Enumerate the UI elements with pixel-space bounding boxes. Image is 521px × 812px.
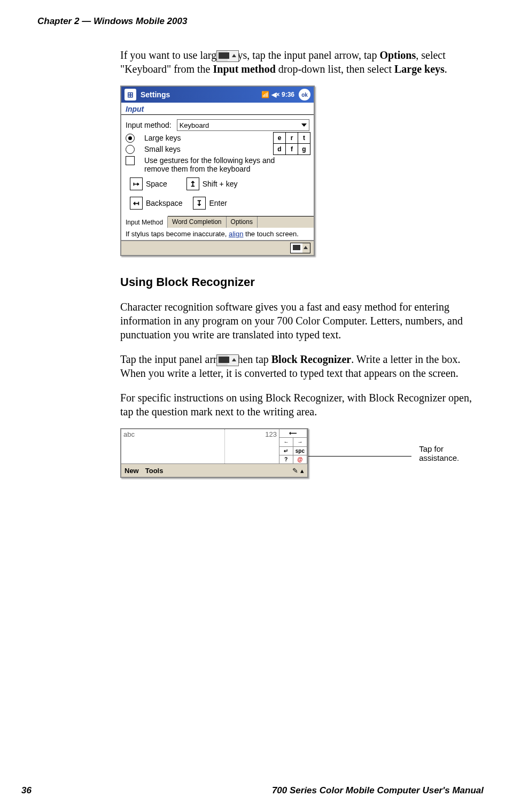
gesture-preview-row1: ↦Space ↥Shift + key — [121, 174, 314, 194]
backspace-key[interactable]: ⟵ — [279, 429, 307, 437]
block-recognizer-figure: abc 123 ⟵ ←→ ↵spc ?@ New Tools ✎ ▴ Tap f… — [120, 428, 484, 478]
page-footer: 36 700 Series Color Mobile Computer User… — [21, 785, 484, 796]
checkbox-icon — [126, 156, 135, 165]
side-buttons: ⟵ ←→ ↵spc ?@ — [279, 429, 307, 463]
input-selector-button[interactable]: ✎ ▴ — [292, 467, 307, 475]
right-key[interactable]: → — [293, 438, 307, 446]
gesture-preview-row2: ↤Backspace ↧Enter — [121, 194, 314, 213]
paragraph-3: Tap the input panel arrow, then tap Bloc… — [120, 352, 484, 380]
help-key[interactable]: ? — [279, 455, 293, 463]
callout-text: Tap for assistance. — [419, 444, 484, 462]
left-key[interactable]: ← — [279, 438, 293, 446]
enter-key[interactable]: ↵ — [279, 447, 293, 455]
letters-area[interactable]: abc — [121, 429, 225, 463]
backspace-gesture-icon: ↤ — [130, 197, 143, 210]
large-keys-radio-row[interactable]: Large keys — [121, 133, 273, 144]
status-area[interactable]: 📶 ◀× 9:36 — [261, 91, 294, 98]
align-tip: If stylus taps become inaccurate, align … — [121, 228, 314, 240]
heading-block-recognizer: Using Block Recognizer — [120, 275, 484, 289]
tab-word-completion[interactable]: Word Completion — [168, 216, 226, 228]
chapter-label: Chapter 2 — [37, 16, 79, 26]
enter-gesture-icon: ↧ — [193, 197, 206, 210]
keyboard-icon — [216, 354, 239, 366]
chapter-title: Windows Mobile 2003 — [94, 16, 188, 26]
align-link[interactable]: align — [229, 230, 243, 238]
block-recognizer-screenshot: abc 123 ⟵ ←→ ↵spc ?@ New Tools ✎ ▴ — [120, 428, 308, 478]
small-keys-radio-row[interactable]: Small keys — [121, 144, 273, 155]
space-key[interactable]: spc — [293, 447, 307, 455]
input-method-label: Input method: — [126, 121, 172, 129]
new-menu[interactable]: New — [121, 467, 142, 475]
tools-menu[interactable]: Tools — [142, 467, 167, 475]
screen-name: Input — [121, 103, 314, 113]
window-title: Settings — [141, 90, 170, 99]
paragraph-2: Character recognition software gives you… — [120, 300, 484, 342]
ok-button[interactable]: ok — [299, 89, 310, 100]
command-bar: New Tools ✎ ▴ — [121, 464, 307, 477]
callout-leader — [308, 456, 411, 457]
bottom-bar — [121, 240, 314, 255]
numbers-area[interactable]: 123 — [225, 429, 279, 463]
radio-selected-icon — [126, 134, 135, 143]
paragraph-4: For specific instructions on using Block… — [120, 391, 484, 419]
key-size-preview: e r t d f g — [273, 132, 310, 155]
title-bar: ⊞ Settings 📶 ◀× 9:36 ok — [121, 87, 314, 103]
keyboard-icon — [216, 50, 239, 62]
radio-unselected-icon — [126, 145, 135, 154]
chevron-down-icon — [301, 123, 307, 127]
tab-options[interactable]: Options — [227, 216, 258, 228]
symbols-key[interactable]: @ — [293, 455, 307, 463]
input-method-dropdown[interactable]: Keyboard — [177, 119, 309, 131]
settings-input-screenshot: ⊞ Settings 📶 ◀× 9:36 ok Input Input meth… — [120, 86, 315, 256]
tabs: Input Method Word Completion Options — [121, 216, 314, 228]
page-header: Chapter 2 — Windows Mobile 2003 — [37, 16, 484, 27]
input-panel-button[interactable] — [290, 243, 310, 253]
divider — [121, 114, 314, 115]
shift-gesture-icon: ↥ — [186, 177, 199, 190]
manual-title: 700 Series Color Mobile Computer User's … — [272, 785, 484, 796]
header-dash: — — [79, 16, 93, 26]
tab-input-method[interactable]: Input Method — [121, 216, 168, 228]
paragraph-1: If you want to use larger keys, tap the … — [120, 48, 484, 76]
space-gesture-icon: ↦ — [130, 177, 143, 190]
start-icon[interactable]: ⊞ — [125, 89, 136, 100]
gesture-checkbox-row[interactable]: Use gestures for the following keys and … — [121, 155, 314, 174]
writing-area: abc 123 ⟵ ←→ ↵spc ?@ — [121, 429, 307, 464]
page-number: 36 — [21, 785, 32, 796]
